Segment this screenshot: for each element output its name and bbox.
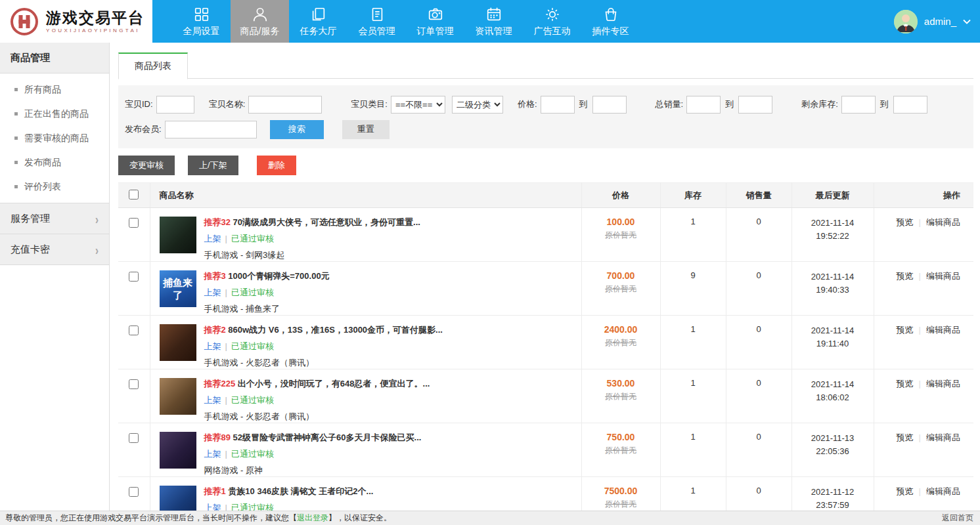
sales-max-field[interactable] [738,96,772,114]
updated-time: 22:05:36 [792,445,874,458]
product-thumbnail[interactable] [160,486,196,511]
stock-max-field[interactable] [893,96,927,114]
select-all-cell [118,183,150,208]
sidebar-item-review-list[interactable]: 评价列表 [0,175,109,199]
footer-notice: 尊敬的管理员，您正在使用游戏交易平台演示管理后台，当长时间不操作，建议您【 [5,513,297,522]
edit-product-link[interactable]: 编辑商品 [926,271,960,281]
preview-link[interactable]: 预览 [897,486,914,496]
product-thumbnail[interactable] [160,432,196,469]
nav-item-news-management[interactable]: 资讯管理 [464,0,523,43]
copy-icon [310,6,327,23]
original-price: 原价暂无 [582,337,660,348]
sidebar-section-service-management[interactable]: 服务管理 › [0,203,109,234]
updated-date: 2021-11-14 [792,270,874,284]
category-select[interactable]: ==不限== [391,96,445,114]
product-id-field[interactable] [156,96,194,114]
product-thumbnail[interactable] [160,217,196,253]
sales-value: 0 [726,369,791,423]
price-min-field[interactable] [541,96,575,114]
audit-status: 已通过审核 [231,341,274,351]
row-checkbox[interactable] [129,218,139,228]
preview-link[interactable]: 预览 [897,271,914,281]
sales-value: 0 [726,262,791,316]
table-row: 推荐32 70满级成男大侠号，可选任意职业，身份可重置... 上架|已通过审核 … [118,208,973,262]
price-max-field[interactable] [592,96,627,114]
edit-product-link[interactable]: 编辑商品 [926,432,960,442]
brand-subtitle: YOUXIJIAOYIPINGTAI [46,28,145,33]
row-checkbox[interactable] [129,272,139,282]
row-checkbox[interactable] [129,487,139,497]
sidebar-item-label: 正在出售的商品 [24,108,89,120]
nav-item-global-settings[interactable]: 全局设置 [172,0,231,43]
sales-value: 0 [726,423,791,477]
sidebar-item-label: 需要审核的商品 [24,133,89,144]
search-button[interactable]: 搜索 [270,120,324,139]
updated-time: 23:57:59 [792,499,874,511]
sidebar-section-label: 商品管理 [11,52,50,64]
nav-item-plugin-zone[interactable]: 插件专区 [581,0,640,43]
edit-product-link[interactable]: 编辑商品 [926,325,960,335]
preview-link[interactable]: 预览 [897,325,914,335]
ops-separator: | [919,486,921,496]
nav-item-task-hall[interactable]: 任务大厅 [289,0,347,43]
logout-link[interactable]: 退出登录 [297,513,328,522]
sidebar-section-product-management[interactable]: 商品管理 [0,43,109,74]
camera-icon [427,6,444,23]
table-row: 推荐1 贵族10 346皮肤 满铭文 王者印记2个... 上架|已通过审核 手机… [118,477,973,511]
nav-label: 任务大厅 [300,26,337,37]
bulk-action-row: 变更审核 上/下架 删除 [118,156,973,175]
row-checkbox[interactable] [129,379,139,389]
chevron-down-icon [963,19,971,24]
onsale-status: 上架 [204,341,221,351]
sidebar-item-publish-product[interactable]: 发布商品 [0,150,109,175]
to-label: 到 [725,98,734,110]
nav-item-ad-interaction[interactable]: 广告互动 [523,0,581,43]
product-thumbnail[interactable]: 捕鱼来了 [160,270,196,307]
delete-button[interactable]: 删除 [257,156,296,175]
tab-product-list[interactable]: 商品列表 [118,52,188,79]
toggle-shelf-button[interactable]: 上/下架 [188,156,238,175]
sales-min-field[interactable] [686,96,721,114]
brand-title: 游戏交易平台 [46,9,145,26]
recommend-badge: 推荐32 [204,217,231,227]
app-logo: 游戏交易平台 YOUXIJIAOYIPINGTAI [0,0,152,43]
col-header-price: 价格 [581,183,660,208]
product-thumbnail[interactable] [160,324,196,361]
preview-link[interactable]: 预览 [897,432,914,442]
row-checkbox[interactable] [129,433,139,443]
product-name-field[interactable] [248,96,322,114]
back-home-link[interactable]: 返回首页 [942,511,973,525]
nav-label: 商品/服务 [240,26,280,37]
select-all-checkbox[interactable] [129,190,139,200]
sales-value: 0 [726,477,791,511]
nav-item-order-management[interactable]: 订单管理 [406,0,464,43]
edit-product-link[interactable]: 编辑商品 [926,379,960,388]
sidebar-item-all-products[interactable]: 所有商品 [0,77,109,102]
filter-panel: 宝贝ID: 宝贝名称: 宝贝类目: ==不限== 二级分类 价格: 到 总销量:… [118,85,973,148]
product-thumbnail[interactable] [160,378,196,415]
subcategory-select[interactable]: 二级分类 [452,96,503,114]
sidebar-item-pending-audit-products[interactable]: 需要审核的商品 [0,126,109,150]
status-separator: | [225,341,227,351]
publisher-field[interactable] [165,121,257,138]
reset-button[interactable]: 重置 [342,120,390,139]
sidebar-section-recharge-cards[interactable]: 充值卡密 › [0,234,109,265]
sidebar-section-label: 充值卡密 [11,243,50,256]
sidebar-item-on-sale-products[interactable]: 正在出售的商品 [0,102,109,126]
table-row: 推荐2 860w战力 V6，13S，准16S，13000金币，可首付腿影... … [118,316,973,369]
user-menu[interactable]: admin_ [894,0,971,43]
main-nav: 全局设置 商品/服务 任务大厅 会员管理 订单管理 [172,0,640,43]
preview-link[interactable]: 预览 [897,217,914,227]
preview-link[interactable]: 预览 [897,379,914,388]
stock-min-field[interactable] [841,96,876,114]
nav-item-products-services[interactable]: 商品/服务 [231,0,289,43]
nav-item-member-management[interactable]: 会员管理 [347,0,406,43]
row-checkbox[interactable] [129,326,139,335]
edit-product-link[interactable]: 编辑商品 [926,217,960,227]
edit-product-link[interactable]: 编辑商品 [926,486,960,496]
updated-date: 2021-11-12 [792,486,874,499]
updated-date: 2021-11-14 [792,378,874,391]
col-header-ops: 操作 [874,183,973,208]
change-audit-button[interactable]: 变更审核 [118,156,175,175]
updated-time: 18:06:02 [792,391,874,404]
